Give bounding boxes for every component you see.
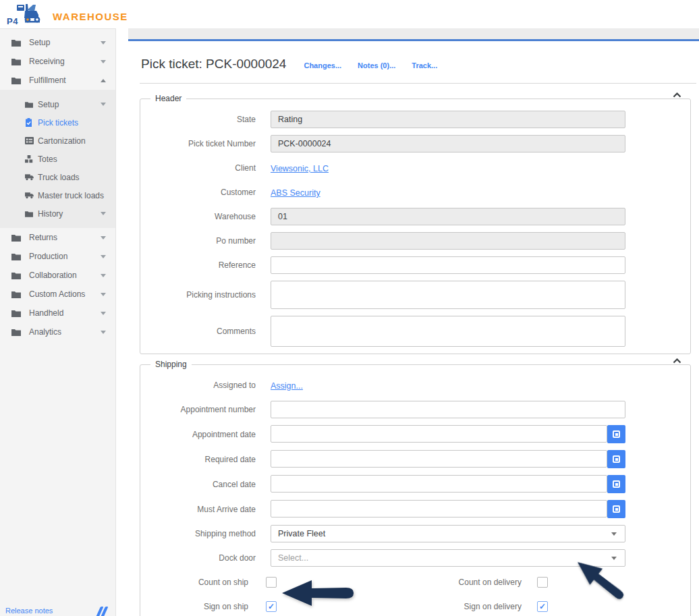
count-on-delivery-label: Count on delivery (277, 578, 522, 587)
state-input[interactable] (271, 111, 625, 128)
count-row: Count on ship Count on delivery (140, 573, 690, 591)
sidebar-item-label: Production (29, 252, 67, 261)
warehouse-input[interactable] (271, 208, 625, 225)
po-number-input[interactable] (271, 232, 625, 250)
header-section: Header State Pick ticket Number Client V… (140, 99, 691, 354)
appointment-date-label: Appointment date (140, 430, 271, 439)
client-row: Client Viewsonic, LLC (140, 159, 690, 177)
sidebar-item-fulfillment[interactable]: Fulfillment (0, 71, 115, 90)
sidebar-item-label: Custom Actions (29, 289, 85, 299)
appointment-date-calendar-button[interactable] (607, 425, 625, 443)
submenu-item-pick-tickets[interactable]: Pick tickets (0, 113, 115, 132)
reference-row: Reference (140, 256, 690, 274)
count-on-ship-checkbox[interactable] (266, 577, 277, 588)
submenu-item-history[interactable]: History (0, 204, 115, 223)
submenu-item-cartonization[interactable]: Cartonization (0, 132, 115, 150)
sidebar-item-analytics[interactable]: Analytics (0, 323, 115, 341)
chevron-down-icon (101, 312, 106, 315)
pick-ticket-number-input[interactable] (271, 135, 625, 152)
shipping-method-select[interactable]: Private Fleet (271, 525, 625, 542)
calendar-icon (613, 480, 620, 488)
fulfillment-submenu: Setup Pick tickets (0, 90, 115, 228)
count-on-ship-label: Count on ship (140, 578, 248, 587)
submenu-item-label: Pick tickets (38, 118, 78, 128)
folder-icon (11, 252, 21, 260)
submenu-item-label: Master truck loads (38, 191, 104, 200)
calendar-icon (613, 455, 620, 463)
cancel-date-calendar-button[interactable] (607, 475, 625, 493)
comments-input[interactable] (271, 316, 625, 347)
sign-on-ship-label: Sign on ship (140, 602, 248, 611)
chevron-down-icon (101, 331, 106, 334)
sidebar-item-setup[interactable]: Setup (0, 33, 115, 52)
folder-icon (25, 210, 34, 218)
warehouse-row: Warehouse (140, 208, 690, 225)
changes-link[interactable]: Changes... (304, 61, 341, 69)
sidebar: Setup Receiving Fulfillment Setup (0, 28, 116, 616)
submenu-item-truck-loads[interactable]: Truck loads (0, 168, 115, 186)
required-date-calendar-button[interactable] (607, 450, 625, 468)
client-link[interactable]: Viewsonic, LLC (271, 164, 329, 173)
cancel-date-input[interactable] (271, 475, 607, 493)
must-arrive-date-input[interactable] (271, 500, 607, 517)
dock-door-select[interactable]: Select... (271, 549, 625, 567)
brand-logo[interactable]: P4 WAREHOUSE (7, 2, 128, 26)
folder-icon (11, 76, 21, 84)
assign-link[interactable]: Assign... (271, 381, 303, 391)
calendar-icon (613, 505, 620, 513)
client-label: Client (140, 163, 271, 173)
sidebar-item-label: Analytics (29, 327, 61, 337)
collapse-section-button[interactable] (669, 358, 685, 364)
sidebar-item-handheld[interactable]: Handheld (0, 304, 115, 323)
sign-on-delivery-checkbox[interactable]: ✓ (537, 601, 548, 612)
po-number-row: Po number (140, 232, 690, 250)
dock-door-placeholder: Select... (278, 553, 308, 563)
release-notes-link[interactable]: Release notes (5, 607, 53, 615)
shipping-method-value: Private Fleet (278, 529, 325, 538)
sidebar-item-custom-actions[interactable]: Custom Actions (0, 285, 115, 304)
collapse-section-button[interactable] (669, 92, 685, 98)
sidebar-item-returns[interactable]: Returns (0, 228, 115, 247)
brand-p4-text: P4 (7, 16, 18, 26)
pick-ticket-number-row: Pick ticket Number (140, 135, 690, 152)
submenu-item-totes[interactable]: Totes (0, 150, 115, 168)
notes-link[interactable]: Notes (0)... (358, 61, 395, 69)
header-section-legend: Header (150, 94, 186, 103)
shipping-section: Shipping Assigned to Assign... Appointme… (140, 364, 691, 616)
sign-on-ship-checkbox[interactable]: ✓ (266, 601, 277, 612)
sidebar-item-label: Receiving (29, 57, 65, 66)
customer-link[interactable]: ABS Security (271, 188, 320, 198)
required-date-input[interactable] (271, 450, 607, 468)
submenu-item-master-truck-loads[interactable]: Master truck loads (0, 186, 115, 204)
appointment-number-input[interactable] (271, 401, 625, 418)
required-date-row: Required date (140, 450, 690, 468)
must-arrive-date-calendar-button[interactable] (607, 500, 625, 518)
calendar-icon (613, 430, 620, 438)
check-icon: ✓ (539, 603, 546, 611)
folder-icon (11, 328, 21, 336)
submenu-item-label: Cartonization (38, 136, 86, 146)
shipping-method-row: Shipping method Private Fleet (140, 525, 690, 542)
truck-icon (25, 192, 34, 200)
folder-icon (25, 101, 34, 109)
reference-input[interactable] (271, 256, 625, 274)
track-link[interactable]: Track... (412, 61, 437, 69)
customer-label: Customer (140, 188, 271, 197)
picking-instructions-input[interactable] (271, 281, 625, 309)
folder-icon (11, 271, 21, 279)
sidebar-item-receiving[interactable]: Receiving (0, 52, 115, 71)
sidebar-item-collaboration[interactable]: Collaboration (0, 266, 115, 285)
appointment-date-input[interactable] (271, 425, 607, 443)
chevron-down-icon (611, 532, 617, 536)
check-icon: ✓ (268, 603, 275, 611)
collapse-sidebar-icon[interactable] (95, 607, 110, 616)
appointment-number-label: Appointment number (140, 405, 271, 414)
count-on-delivery-checkbox[interactable] (537, 577, 548, 588)
state-row: State (140, 111, 690, 128)
shipping-method-label: Shipping method (140, 529, 271, 538)
dock-door-label: Dock door (140, 553, 271, 563)
state-label: State (140, 115, 271, 124)
sidebar-item-label: Setup (29, 38, 50, 47)
sidebar-item-production[interactable]: Production (0, 247, 115, 266)
submenu-item-setup[interactable]: Setup (0, 95, 115, 113)
